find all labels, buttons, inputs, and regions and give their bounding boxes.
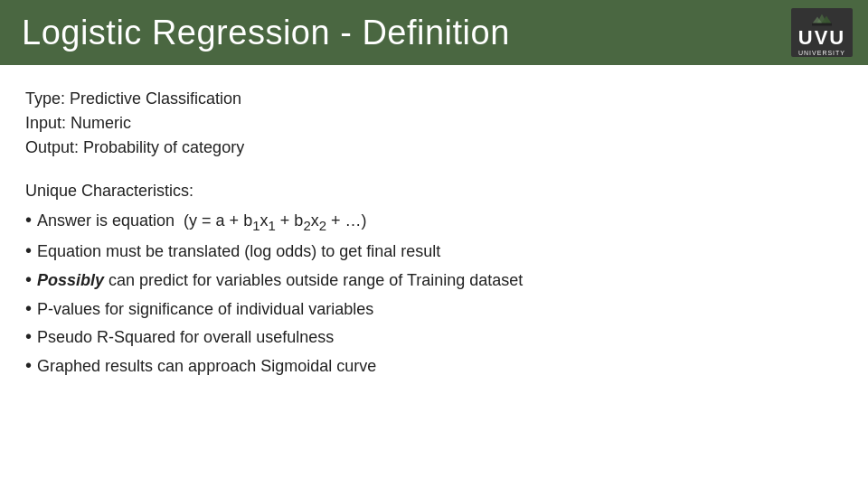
bullet-dot-1: • xyxy=(25,206,32,233)
bullet-3: • Possibly can predict for variables out… xyxy=(25,266,843,295)
bullet-4: • P-values for significance of individua… xyxy=(25,295,843,324)
bullet-dot-6: • xyxy=(25,352,32,379)
logo-university-text: UNIVERSITY xyxy=(798,50,845,56)
bullet-6: • Graphed results can approach Sigmoidal… xyxy=(25,352,843,380)
bullet-2-text: Equation must be translated (log odds) t… xyxy=(37,239,440,266)
mountain-icon xyxy=(812,10,832,26)
bullet-1: • Answer is equation (y = a + b1x1 + b2x… xyxy=(25,206,843,237)
bullet-3-bold: Possibly xyxy=(37,271,104,289)
bullet-dot-4: • xyxy=(25,295,32,322)
bullet-dot-3: • xyxy=(25,266,32,293)
unique-section: Unique Characteristics: • Answer is equa… xyxy=(25,178,843,380)
info-block: Type: Predictive Classification Input: N… xyxy=(25,87,843,160)
unique-title: Unique Characteristics: xyxy=(25,178,843,204)
bullet-5: • Pseudo R-Squared for overall usefulnes… xyxy=(25,323,843,352)
bullet-dot-2: • xyxy=(25,237,32,264)
info-input: Input: Numeric xyxy=(25,111,843,136)
info-type: Type: Predictive Classification xyxy=(25,87,843,111)
bullet-2: • Equation must be translated (log odds)… xyxy=(25,237,843,266)
info-output: Output: Probability of category xyxy=(25,136,843,160)
svg-rect-3 xyxy=(812,23,832,25)
slide-title: Logistic Regression - Definition xyxy=(22,14,510,52)
slide-content: Type: Predictive Classification Input: N… xyxy=(0,65,868,395)
bullet-3-text: Possibly can predict for variables outsi… xyxy=(37,267,523,295)
bullet-4-text: P-values for significance of individual … xyxy=(37,296,373,324)
logo-uvu-text: UVU xyxy=(798,28,845,48)
bullet-5-text: Pseudo R-Squared for overall usefulness xyxy=(37,324,334,352)
logo-container: UVU UNIVERSITY xyxy=(790,7,854,58)
bullet-6-text: Graphed results can approach Sigmoidal c… xyxy=(37,353,376,380)
slide-header: Logistic Regression - Definition UVU UNI… xyxy=(0,0,868,65)
bullet-1-text: Answer is equation (y = a + b1x1 + b2x2 … xyxy=(37,208,367,237)
uvu-logo: UVU UNIVERSITY xyxy=(791,8,853,57)
bullet-dot-5: • xyxy=(25,323,32,350)
